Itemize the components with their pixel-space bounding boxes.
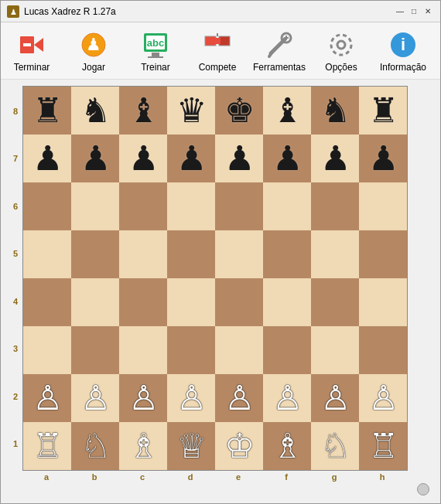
piece-g8: ♞ (320, 94, 350, 128)
square-a6[interactable] (23, 182, 71, 230)
rank-2: 2 (9, 373, 22, 421)
square-h5[interactable] (359, 230, 407, 278)
square-d4[interactable] (167, 278, 215, 326)
square-g1[interactable]: ♘ (311, 422, 359, 470)
piece-f7: ♟ (272, 141, 303, 175)
minimize-button[interactable]: — (394, 5, 406, 18)
square-e8[interactable]: ♚ (215, 87, 263, 135)
square-c7[interactable]: ♟ (119, 135, 167, 182)
square-e6[interactable] (215, 182, 263, 230)
toolbar-terminar[interactable]: Terminar (1, 26, 63, 77)
square-g4[interactable] (311, 278, 359, 326)
piece-f1: ♗ (272, 429, 303, 463)
square-g7[interactable]: ♟ (311, 135, 359, 182)
square-f2[interactable]: ♙ (263, 374, 311, 422)
piece-f8: ♝ (272, 94, 303, 128)
square-h2[interactable]: ♙ (359, 374, 407, 422)
toolbar-ferramentas[interactable]: Ferramentas (248, 26, 310, 77)
title-bar-left: ♟ Lucas Xadrez R 1.27a (7, 5, 116, 18)
square-b1[interactable]: ♘ (71, 422, 119, 470)
square-f4[interactable] (263, 278, 311, 326)
square-g3[interactable] (311, 326, 359, 374)
train-icon: abc (140, 29, 171, 60)
square-f7[interactable]: ♟ (263, 135, 311, 182)
square-c6[interactable] (119, 182, 167, 230)
square-a7[interactable]: ♟ (23, 135, 71, 182)
square-e7[interactable]: ♟ (215, 135, 263, 182)
toolbar-opcoes[interactable]: Opções (310, 26, 372, 77)
square-h8[interactable]: ♜ (359, 87, 407, 135)
square-a8[interactable]: ♜ (23, 87, 71, 135)
square-e5[interactable] (215, 230, 263, 278)
square-c4[interactable] (119, 278, 167, 326)
square-d7[interactable]: ♟ (167, 135, 215, 182)
square-d1[interactable]: ♕ (167, 422, 215, 470)
piece-a1: ♖ (32, 429, 63, 463)
square-f6[interactable] (263, 182, 311, 230)
piece-c8: ♝ (128, 94, 159, 128)
square-f8[interactable]: ♝ (263, 87, 311, 135)
square-h1[interactable]: ♖ (359, 422, 407, 470)
square-g8[interactable]: ♞ (311, 87, 359, 135)
square-a3[interactable] (23, 326, 71, 374)
title-bar-controls: — □ ✕ (394, 5, 434, 18)
maximize-button[interactable]: □ (408, 5, 420, 18)
square-g2[interactable]: ♙ (311, 374, 359, 422)
square-h3[interactable] (359, 326, 407, 374)
title-bar: ♟ Lucas Xadrez R 1.27a — □ ✕ (1, 1, 440, 22)
square-e2[interactable]: ♙ (215, 374, 263, 422)
square-c5[interactable] (119, 230, 167, 278)
square-b5[interactable] (71, 230, 119, 278)
window-title: Lucas Xadrez R 1.27a (24, 6, 116, 17)
toolbar-jogar[interactable]: ♟ Jogar (63, 26, 125, 77)
square-d8[interactable]: ♛ (167, 87, 215, 135)
file-b: b (70, 472, 118, 482)
scrollbar-thumb[interactable] (417, 483, 429, 495)
piece-f2: ♙ (272, 381, 303, 415)
square-f1[interactable]: ♗ (263, 422, 311, 470)
file-f: f (262, 472, 310, 482)
close-button[interactable]: ✕ (422, 5, 434, 18)
square-a1[interactable]: ♖ (23, 422, 71, 470)
toolbar-treinar[interactable]: abc Treinar (125, 26, 186, 77)
piece-a8: ♜ (32, 94, 63, 128)
square-e3[interactable] (215, 326, 263, 374)
toolbar-compete[interactable]: Compete (186, 26, 248, 77)
square-b2[interactable]: ♙ (71, 374, 119, 422)
square-d6[interactable] (167, 182, 215, 230)
svg-rect-11 (148, 56, 163, 58)
square-a2[interactable]: ♙ (23, 374, 71, 422)
square-e1[interactable]: ♔ (215, 422, 263, 470)
square-g6[interactable] (311, 182, 359, 230)
square-b3[interactable] (71, 326, 119, 374)
square-d5[interactable] (167, 230, 215, 278)
chessboard[interactable]: ♜ ♞ ♝ ♛ ♚ ♝ ♞ ♜ ♟ ♟ ♟ ♟ ♟ (22, 86, 408, 471)
square-b4[interactable] (71, 278, 119, 326)
square-d3[interactable] (167, 326, 215, 374)
compete-label: Compete (199, 62, 237, 73)
square-e4[interactable] (215, 278, 263, 326)
square-c2[interactable]: ♙ (119, 374, 167, 422)
square-c1[interactable]: ♗ (119, 422, 167, 470)
toolbar-informacao[interactable]: i Informação (372, 26, 434, 77)
piece-c2: ♙ (128, 381, 159, 415)
settings-icon (326, 29, 357, 60)
square-a5[interactable] (23, 230, 71, 278)
square-b7[interactable]: ♟ (71, 135, 119, 182)
piece-h7: ♟ (368, 141, 398, 175)
square-g5[interactable] (311, 230, 359, 278)
square-c3[interactable] (119, 326, 167, 374)
square-d2[interactable]: ♙ (167, 374, 215, 422)
square-f5[interactable] (263, 230, 311, 278)
square-h6[interactable] (359, 182, 407, 230)
square-h7[interactable]: ♟ (359, 135, 407, 182)
square-h4[interactable] (359, 278, 407, 326)
square-a4[interactable] (23, 278, 71, 326)
piece-b8: ♞ (80, 94, 111, 128)
square-f3[interactable] (263, 326, 311, 374)
piece-c1: ♗ (128, 429, 159, 463)
piece-c7: ♟ (128, 141, 159, 175)
square-b6[interactable] (71, 182, 119, 230)
square-c8[interactable]: ♝ (119, 87, 167, 135)
square-b8[interactable]: ♞ (71, 87, 119, 135)
